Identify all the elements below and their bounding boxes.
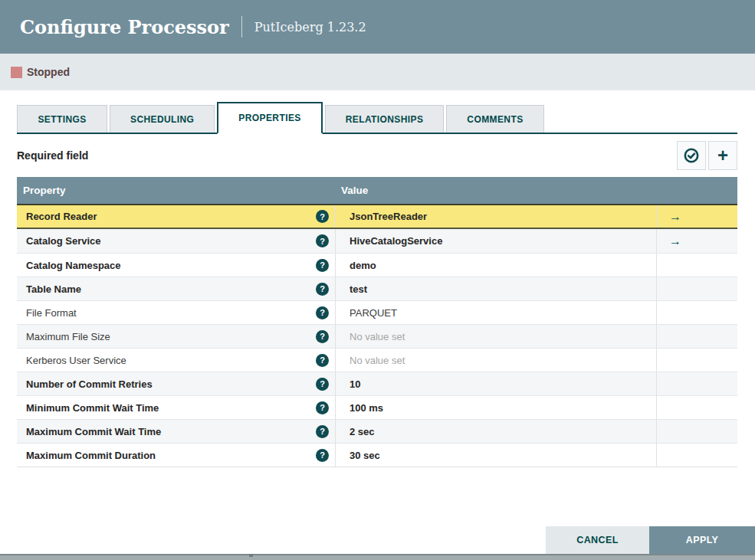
property-row[interactable]: Catalog Service ? HiveCatalogService → — [17, 229, 737, 253]
stopped-square-icon — [11, 67, 22, 78]
property-value: JsonTreeReader — [350, 211, 427, 222]
help-icon[interactable]: ? — [316, 449, 329, 462]
title-separator — [241, 16, 242, 38]
help-icon[interactable]: ? — [316, 330, 329, 343]
property-name: Number of Commit Retries — [26, 378, 153, 390]
column-header-property: Property — [17, 185, 335, 196]
help-icon[interactable]: ? — [316, 210, 329, 223]
verify-properties-button[interactable] — [677, 141, 706, 170]
tab-bar: SETTINGS SCHEDULING PROPERTIES RELATIONS… — [17, 102, 737, 134]
help-icon[interactable]: ? — [316, 354, 329, 367]
property-value: demo — [350, 260, 376, 271]
help-icon[interactable]: ? — [316, 306, 329, 319]
property-value: 30 sec — [350, 450, 380, 461]
property-row[interactable]: Catalog Namespace ? demo — [17, 253, 737, 277]
property-value: test — [350, 283, 367, 295]
table-header-row: Property Value — [17, 177, 737, 204]
apply-button[interactable]: APPLY — [649, 526, 755, 554]
properties-table: Property Value Record Reader ? JsonTreeR… — [17, 177, 737, 467]
property-value: 2 sec — [350, 426, 375, 437]
tab-settings[interactable]: SETTINGS — [17, 105, 107, 133]
property-name: Table Name — [26, 283, 81, 295]
property-value: 10 — [350, 378, 360, 390]
dialog-header: Configure Processor PutIceberg 1.23.2 — [0, 0, 755, 54]
property-name: Catalog Namespace — [26, 260, 121, 271]
property-row[interactable]: Maximum Commit Wait Time ? 2 sec — [17, 419, 737, 443]
properties-table-body: Record Reader ? JsonTreeReader → Catalog… — [17, 204, 737, 467]
tab-relationships[interactable]: RELATIONSHIPS — [325, 105, 445, 133]
column-header-value: Value — [335, 185, 656, 196]
help-icon[interactable]: ? — [316, 234, 329, 247]
required-field-label: Required field — [17, 149, 88, 162]
add-property-button[interactable]: + — [708, 141, 737, 170]
property-row[interactable]: File Format ? PARQUET — [17, 300, 737, 324]
property-row[interactable]: Minimum Commit Wait Time ? 100 ms — [17, 395, 737, 419]
tab-comments[interactable]: COMMENTS — [446, 105, 543, 133]
property-name: Kerberos User Service — [26, 355, 126, 366]
go-to-service-icon[interactable]: → — [669, 210, 681, 224]
property-row[interactable]: Kerberos User Service ? No value set — [17, 348, 737, 372]
toolbar-buttons: + — [677, 141, 737, 170]
help-icon[interactable]: ? — [316, 259, 329, 272]
help-icon[interactable]: ? — [316, 283, 329, 296]
tab-scheduling[interactable]: SCHEDULING — [110, 105, 215, 133]
property-value: 100 ms — [350, 402, 383, 414]
configure-processor-dialog: Configure Processor PutIceberg 1.23.2 St… — [0, 0, 755, 560]
processor-status-bar: Stopped — [0, 54, 755, 90]
dialog-footer: CANCEL APPLY — [546, 526, 755, 554]
property-name: Minimum Commit Wait Time — [26, 402, 159, 414]
help-icon[interactable]: ? — [316, 378, 329, 391]
property-name: File Format — [26, 307, 77, 319]
property-name: Maximum Commit Wait Time — [26, 426, 161, 437]
check-circle-icon — [683, 147, 700, 164]
canvas-tick — [249, 554, 253, 557]
property-row[interactable]: Maximum File Size ? No value set — [17, 324, 737, 348]
property-value: HiveCatalogService — [350, 235, 442, 247]
property-name: Maximum Commit Duration — [26, 450, 156, 461]
properties-toolbar: Required field + — [17, 134, 737, 177]
tab-properties[interactable]: PROPERTIES — [217, 102, 322, 134]
property-row[interactable]: Number of Commit Retries ? 10 — [17, 372, 737, 395]
property-name: Catalog Service — [26, 235, 101, 247]
processor-type-version: PutIceberg 1.23.2 — [254, 20, 366, 34]
property-row[interactable]: Record Reader ? JsonTreeReader → — [17, 204, 737, 229]
help-icon[interactable]: ? — [316, 425, 329, 438]
property-value: No value set — [350, 331, 405, 342]
property-name: Record Reader — [26, 211, 97, 222]
cancel-button[interactable]: CANCEL — [546, 526, 649, 554]
property-row[interactable]: Maximum Commit Duration ? 30 sec — [17, 443, 737, 467]
property-value: No value set — [350, 355, 405, 366]
dialog-content: SETTINGS SCHEDULING PROPERTIES RELATIONS… — [0, 90, 755, 467]
canvas-edge — [0, 554, 755, 560]
property-name: Maximum File Size — [26, 331, 110, 342]
go-to-service-icon[interactable]: → — [669, 234, 681, 248]
help-icon[interactable]: ? — [316, 401, 329, 414]
property-row[interactable]: Table Name ? test — [17, 277, 737, 300]
property-value: PARQUET — [350, 307, 397, 319]
dialog-title: Configure Processor — [20, 16, 229, 38]
status-label: Stopped — [27, 66, 70, 78]
plus-icon: + — [717, 146, 728, 165]
